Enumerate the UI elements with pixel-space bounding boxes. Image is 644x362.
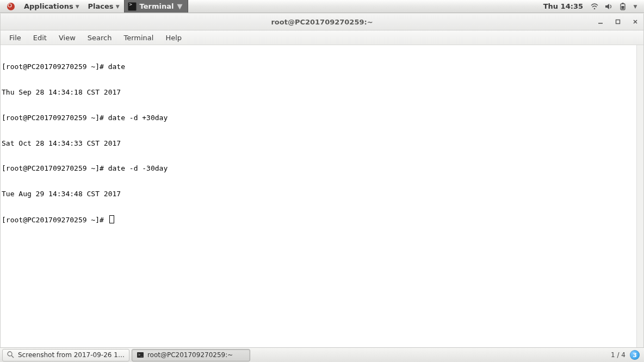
battery-icon[interactable]: [618, 2, 628, 11]
top-panel: Applications ▼ Places ▼ Terminal ▼ Thu 1…: [0, 0, 644, 13]
notification-badge[interactable]: 3: [630, 350, 640, 360]
screenshot-icon: [7, 351, 15, 359]
taskbar-item-label: Screenshot from 2017-09-26 1…: [18, 351, 125, 359]
chevron-down-icon: ▼: [76, 4, 79, 9]
svg-rect-7: [616, 20, 620, 24]
terminal-line: [root@PC201709270259 ~]# date -d +30day: [2, 114, 642, 122]
menu-terminal[interactable]: Terminal: [118, 32, 159, 43]
menu-help[interactable]: Help: [160, 32, 187, 43]
svg-rect-6: [598, 23, 603, 24]
taskbar-item-label: root@PC201709270259:~: [147, 351, 233, 359]
menu-edit[interactable]: Edit: [28, 32, 52, 43]
active-app-label: Terminal: [140, 2, 174, 10]
terminal-icon: >_: [137, 351, 144, 359]
taskbar-item-screenshot[interactable]: Screenshot from 2017-09-26 1…: [2, 349, 129, 361]
terminal-body[interactable]: [root@PC201709270259 ~]# date Thu Sep 28…: [1, 45, 643, 347]
terminal-line: [root@PC201709270259 ~]# date: [2, 63, 642, 71]
svg-rect-4: [622, 3, 624, 4]
terminal-line: Sat Oct 28 14:34:33 CST 2017: [2, 139, 642, 148]
chevron-down-icon[interactable]: ▼: [632, 2, 639, 11]
applications-label: Applications: [24, 2, 73, 10]
svg-point-1: [8, 4, 11, 7]
workspace-indicator[interactable]: 1 / 4: [611, 351, 626, 359]
minimize-button[interactable]: [597, 18, 604, 26]
svg-text:>_: >_: [138, 353, 143, 357]
places-menu[interactable]: Places ▼: [84, 0, 124, 13]
volume-icon[interactable]: [604, 2, 614, 11]
terminal-line: Thu Sep 28 14:34:18 CST 2017: [2, 88, 642, 97]
distro-icon[interactable]: [2, 0, 20, 13]
terminal-window: root@PC201709270259:~ File Edit View Sea…: [0, 14, 644, 347]
clock[interactable]: Thu 14:35: [541, 2, 585, 10]
chevron-down-icon: ▼: [177, 2, 182, 10]
terminal-icon: [128, 2, 137, 11]
menu-view[interactable]: View: [53, 32, 81, 43]
close-button[interactable]: [631, 18, 639, 26]
window-title: root@PC201709270259:~: [271, 18, 373, 26]
maximize-button[interactable]: [614, 18, 622, 26]
cursor-icon: [109, 215, 114, 223]
terminal-line: [root@PC201709270259 ~]# date -d -30day: [2, 164, 642, 173]
applications-menu[interactable]: Applications ▼: [20, 0, 84, 13]
taskbar-item-terminal[interactable]: >_ root@PC201709270259:~: [132, 349, 250, 361]
active-app-indicator[interactable]: Terminal ▼: [124, 0, 189, 13]
menu-file[interactable]: File: [4, 32, 27, 43]
scrollbar[interactable]: [636, 45, 643, 347]
terminal-prompt-line: [root@PC201709270259 ~]#: [2, 215, 642, 224]
terminal-prompt: [root@PC201709270259 ~]#: [2, 216, 108, 224]
fedora-icon: [7, 2, 15, 11]
svg-point-2: [594, 8, 596, 9]
titlebar[interactable]: root@PC201709270259:~: [1, 14, 643, 30]
terminal-line: Tue Aug 29 14:34:48 CST 2017: [2, 190, 642, 198]
menubar: File Edit View Search Terminal Help: [1, 30, 643, 45]
svg-rect-5: [622, 6, 624, 9]
bottom-panel: Screenshot from 2017-09-26 1… >_ root@PC…: [0, 347, 644, 362]
menu-search[interactable]: Search: [82, 32, 117, 43]
svg-point-8: [8, 352, 12, 356]
chevron-down-icon: ▼: [116, 4, 120, 9]
network-icon[interactable]: [590, 2, 599, 11]
places-label: Places: [88, 2, 114, 10]
